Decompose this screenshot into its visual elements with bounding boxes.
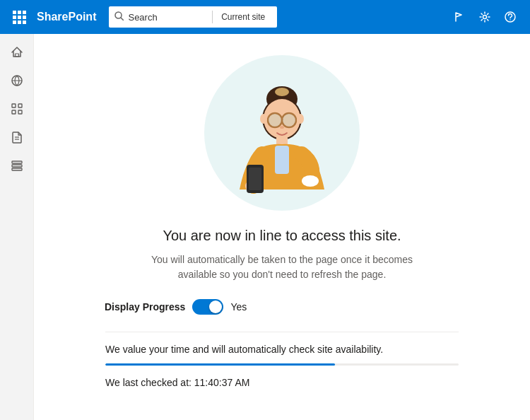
svg-rect-10	[18, 110, 22, 114]
svg-rect-5	[15, 54, 18, 57]
illustration-wrap	[204, 55, 360, 211]
search-icon	[114, 11, 124, 23]
svg-point-26	[280, 126, 284, 129]
sidebar-item-apps[interactable]	[4, 96, 30, 122]
top-navigation: SharePoint Search Current site	[0, 0, 530, 34]
svg-line-1	[121, 18, 124, 21]
svg-point-17	[275, 88, 289, 96]
svg-point-2	[483, 16, 487, 19]
person-illustration	[218, 62, 346, 204]
svg-rect-13	[12, 161, 22, 163]
illustration-circle	[204, 55, 360, 211]
waffle-menu-button[interactable]	[8, 6, 30, 28]
svg-point-27	[260, 114, 267, 124]
progress-bar-fill	[105, 363, 335, 366]
sidebar-item-global[interactable]	[4, 68, 30, 93]
search-input[interactable]: Search	[128, 12, 204, 23]
toggle-thumb	[209, 301, 222, 313]
display-progress-toggle[interactable]	[192, 299, 223, 315]
sidebar-item-home[interactable]	[4, 40, 30, 65]
sidebar	[0, 34, 34, 420]
svg-point-28	[297, 114, 304, 124]
search-bar[interactable]: Search Current site	[109, 6, 277, 28]
sidebar-item-list[interactable]	[4, 153, 30, 178]
headline: You are now in line to access this site.	[163, 228, 401, 244]
search-scope-selector[interactable]: Current site	[221, 12, 271, 22]
flag-button[interactable]	[448, 6, 471, 28]
svg-rect-7	[12, 104, 16, 107]
display-progress-row: Display Progress Yes	[105, 299, 247, 315]
chevron-down-icon	[266, 13, 272, 18]
last-checked-text: We last checked at: 11:40:37 AM	[105, 377, 459, 388]
svg-point-24	[283, 114, 295, 127]
svg-rect-33	[249, 168, 261, 190]
subtext: You will automatically be taken to the p…	[134, 252, 430, 282]
sidebar-item-document[interactable]	[4, 124, 30, 150]
toggle-value-label: Yes	[230, 301, 247, 313]
status-section: We value your time and will automaticall…	[105, 332, 459, 388]
waffle-icon	[13, 11, 26, 24]
app-brand: SharePoint	[37, 11, 96, 23]
settings-button[interactable]	[473, 6, 496, 28]
progress-bar	[105, 363, 459, 366]
help-button[interactable]	[499, 6, 522, 28]
svg-point-4	[510, 19, 511, 21]
svg-point-34	[302, 175, 319, 187]
search-scope-label: Current site	[221, 12, 265, 22]
svg-rect-15	[12, 168, 22, 170]
nav-icons	[448, 6, 522, 28]
svg-point-23	[269, 114, 281, 127]
main-content: You are now in line to access this site.…	[34, 34, 530, 420]
svg-rect-8	[18, 104, 22, 107]
svg-rect-9	[12, 110, 16, 114]
display-progress-label: Display Progress	[105, 301, 185, 313]
search-divider	[212, 11, 213, 23]
svg-rect-30	[275, 146, 289, 174]
main-layout: You are now in line to access this site.…	[0, 34, 530, 420]
status-availability-text: We value your time and will automaticall…	[105, 344, 459, 355]
svg-rect-14	[12, 165, 22, 167]
